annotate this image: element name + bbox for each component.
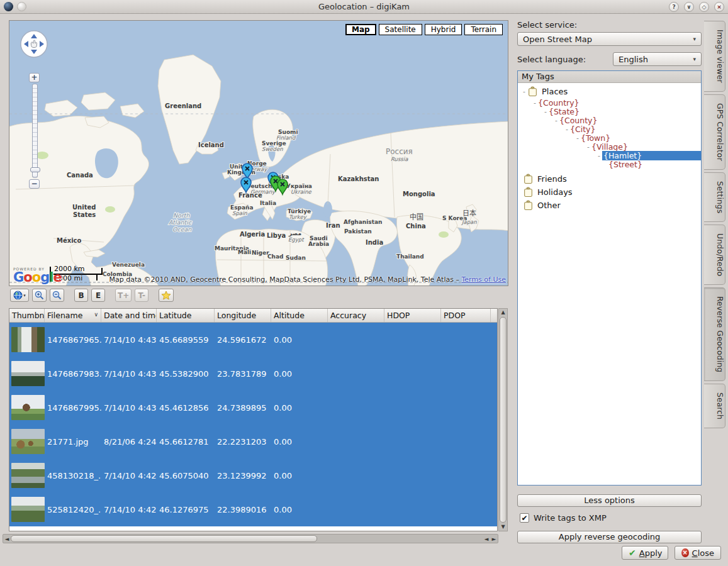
- tree-item-other[interactable]: Other: [518, 199, 701, 212]
- google-logo-letter: g: [40, 270, 49, 285]
- column-header-date-and-time[interactable]: Date and time: [101, 309, 157, 322]
- tree-expander-icon[interactable]: -: [555, 116, 557, 125]
- tree-expander-icon[interactable]: -: [523, 87, 525, 96]
- thumbnail-decrease-button[interactable]: T-: [135, 289, 148, 302]
- elevation-button[interactable]: E: [91, 289, 105, 302]
- terms-of-use-link[interactable]: Terms of Use: [461, 275, 506, 284]
- map-view[interactable]: CanadaUnitedStatesMéxicoGreenlandIceland…: [9, 20, 508, 286]
- table-row[interactable]: 1476867995...7/14/10 4:43...45.461285624…: [9, 391, 497, 425]
- map-label: Pakistan: [344, 228, 372, 235]
- map-type-map[interactable]: Map: [345, 24, 376, 35]
- tree-item-friends[interactable]: Friends: [518, 172, 701, 186]
- scroll-down-icon[interactable]: ▼: [501, 523, 505, 531]
- apply-button[interactable]: ✔ Apply: [622, 546, 668, 560]
- column-header-accuracy[interactable]: Accuracy: [328, 309, 384, 322]
- cell-latitude: 45.5382900: [157, 369, 215, 379]
- map-label: Libya: [267, 232, 286, 239]
- column-header-thumbna[interactable]: Thumbna: [9, 309, 45, 322]
- map-label: Algeria: [240, 231, 265, 238]
- maximize-button[interactable]: ◇: [699, 2, 709, 12]
- map-pan-control[interactable]: [20, 30, 48, 58]
- zoom-track[interactable]: [32, 84, 38, 178]
- cell-filename: 1476867965...: [45, 335, 101, 345]
- zoom-out-button[interactable]: [50, 289, 64, 302]
- google-logo-letter: o: [32, 270, 40, 285]
- thumbnail-increase-button[interactable]: T+: [115, 289, 132, 302]
- zoom-out-minus-button[interactable]: −: [29, 179, 40, 189]
- table-vertical-scrollbar[interactable]: ▲ ▼: [498, 308, 508, 531]
- tree-item-county[interactable]: -{County}: [518, 116, 701, 125]
- write-tags-checkbox[interactable]: ✔: [520, 513, 529, 523]
- service-select[interactable]: Open Street Map ▾: [517, 32, 702, 46]
- language-select[interactable]: English ▾: [613, 52, 702, 66]
- help-button[interactable]: ?: [669, 2, 679, 12]
- cell-longitude: 24.7389895: [215, 403, 271, 413]
- tree-expander-icon[interactable]: -: [576, 134, 579, 142]
- apply-reverse-geocoding-button[interactable]: Apply reverse geocoding: [517, 531, 702, 543]
- cell-datetime: 7/14/10 4:43...: [101, 335, 157, 345]
- map-label: 日本: [462, 209, 476, 218]
- tree-item-town[interactable]: -{Town}: [518, 133, 701, 142]
- zoom-in-button[interactable]: [32, 289, 47, 302]
- map-label: Venezuela: [112, 262, 145, 268]
- tab-settings[interactable]: Settings: [704, 172, 725, 222]
- column-header-longitude[interactable]: Longitude: [215, 309, 271, 322]
- table-row[interactable]: 458130218_...7/14/10 4:42...45.607504023…: [9, 458, 497, 492]
- hscroll-thumb[interactable]: [11, 535, 317, 542]
- bookmarks-button[interactable]: [159, 289, 174, 302]
- column-header-hdop[interactable]: HDOP: [384, 309, 441, 322]
- cell-altitude: 0.00: [271, 403, 328, 413]
- table-row[interactable]: 1476867983...7/14/10 4:43...45.538290023…: [9, 357, 497, 391]
- zoom-thumb[interactable]: [30, 167, 40, 172]
- scroll-left2-icon[interactable]: ◄: [483, 536, 490, 542]
- tree-expander-icon[interactable]: -: [544, 108, 547, 116]
- map-type-hybrid[interactable]: Hybrid: [425, 24, 462, 35]
- scroll-up-icon[interactable]: ▲: [501, 309, 505, 316]
- bold-thumbnails-button[interactable]: B: [74, 289, 88, 302]
- less-options-button[interactable]: Less options: [517, 494, 702, 507]
- close-window-button[interactable]: ×: [714, 2, 724, 12]
- tree-expander-icon[interactable]: -: [566, 125, 568, 133]
- tree-item-city[interactable]: -{City}: [518, 125, 701, 133]
- my-tags-box: My Tags -Places-{Country}-{State}-{Count…: [517, 70, 702, 486]
- tree-item-village[interactable]: -{Village}: [518, 142, 701, 151]
- shade-button[interactable]: ∨: [684, 2, 694, 12]
- tree-item-country[interactable]: -{Country}: [518, 98, 701, 107]
- map-backend-button[interactable]: ▾: [10, 289, 29, 302]
- tab-undo-redo[interactable]: Undo/Redo: [704, 225, 725, 285]
- tab-search[interactable]: Search: [704, 384, 725, 428]
- tree-item-state[interactable]: -{State}: [518, 107, 701, 116]
- tab-gps-correlator[interactable]: GPS Correlator: [704, 94, 725, 170]
- tree-item-holidays[interactable]: Holidays: [518, 186, 701, 199]
- tree-item-label: Holidays: [537, 187, 573, 197]
- cell-altitude: 0.00: [271, 505, 328, 514]
- scroll-right-icon[interactable]: ►: [490, 536, 498, 542]
- table-row[interactable]: 21771.jpg8/21/06 4:24...45.661278122.223…: [9, 425, 497, 458]
- map-label: Chad: [267, 253, 284, 260]
- tree-expander-icon[interactable]: -: [587, 143, 590, 151]
- table-row[interactable]: 1476867965...7/14/10 4:43...45.668955924…: [9, 323, 497, 357]
- close-button[interactable]: × Close: [675, 546, 721, 560]
- tree-item-street[interactable]: {Street}: [518, 160, 701, 169]
- tab-image-viewer[interactable]: Image viewer: [704, 21, 725, 92]
- map-type-terrain[interactable]: Terrain: [464, 24, 503, 35]
- vscroll-thumb[interactable]: [500, 317, 507, 523]
- map-type-satellite[interactable]: Satellite: [379, 24, 422, 35]
- tree-item-hamlet[interactable]: -{Hamlet}: [518, 151, 701, 160]
- column-header-filename[interactable]: Filename∨: [45, 309, 101, 322]
- zoom-in-plus-button[interactable]: +: [29, 73, 40, 82]
- scroll-left-icon[interactable]: ◄: [3, 536, 11, 542]
- cell-altitude: 0.00: [271, 369, 328, 379]
- cell-latitude: 45.6075040: [157, 471, 215, 480]
- map-zoom-slider[interactable]: + −: [29, 73, 40, 189]
- tree-expander-icon[interactable]: -: [598, 152, 600, 160]
- table-row[interactable]: 525812420_...7/14/10 4:42...46.127697522…: [9, 492, 497, 526]
- column-header-latitude[interactable]: Latitude: [157, 309, 215, 322]
- tree-item-places[interactable]: -Places: [518, 85, 701, 98]
- tab-reverse-geocoding[interactable]: Reverse Geocoding: [704, 287, 725, 381]
- column-header-pdop[interactable]: PDOP: [441, 309, 491, 322]
- table-horizontal-scrollbar[interactable]: ◄ ◄ ►: [3, 534, 498, 543]
- tree-expander-icon[interactable]: -: [534, 99, 536, 107]
- column-header-altitude[interactable]: Altitude: [271, 309, 328, 322]
- tree-item-label: Other: [537, 201, 561, 210]
